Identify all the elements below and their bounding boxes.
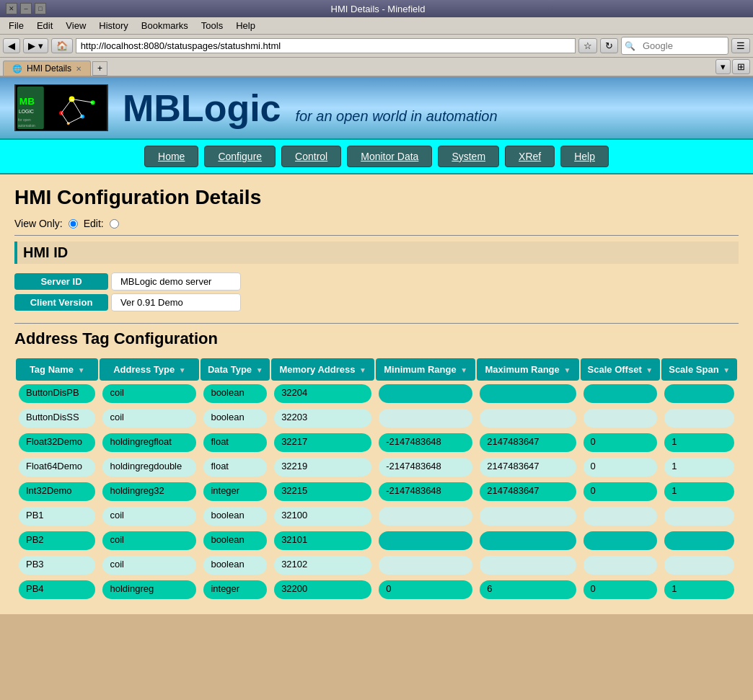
svg-rect-1 [17, 87, 44, 129]
nav-control[interactable]: Control [281, 146, 341, 167]
server-id-value: MBLogic demo server [111, 273, 241, 291]
col-min-range[interactable]: Minimum Range ▼ [376, 358, 475, 381]
tab-close-icon[interactable]: ✕ [76, 65, 82, 73]
cell-max_range [480, 409, 576, 427]
brand-text: MBLogic for an open world in automation [123, 87, 498, 130]
menu-file[interactable]: File [3, 19, 30, 32]
tile-button[interactable]: ⊞ [732, 59, 750, 74]
home-button[interactable]: 🏠 [51, 38, 73, 53]
nav-home[interactable]: Home [144, 146, 198, 167]
col-address-type[interactable]: Address Type ▼ [100, 358, 199, 381]
back-button[interactable]: ◀ [3, 38, 20, 53]
cell-memory_address: 32217 [274, 433, 371, 452]
edit-radio[interactable] [110, 219, 119, 229]
cell-scale_offset [584, 409, 658, 427]
menu-edit[interactable]: Edit [31, 19, 58, 32]
config-table: Tag Name ▼ Address Type ▼ Data Type ▼ Me… [14, 357, 739, 603]
cell-address_type: coil [102, 384, 196, 403]
cell-tag_name: PB4 [19, 580, 95, 599]
cell-max_range: 2147483647 [480, 433, 576, 452]
search-input[interactable] [638, 39, 725, 53]
cell-scale_span [664, 556, 734, 575]
col-max-range[interactable]: Maximum Range ▼ [477, 358, 578, 381]
nav-monitor-data[interactable]: Monitor Data [347, 146, 432, 167]
url-bar[interactable] [76, 38, 576, 53]
cell-tag_name: PB3 [19, 556, 95, 575]
tab-list-button[interactable]: ▾ [715, 59, 731, 74]
brand-tagline: for an open world in automation [295, 108, 497, 124]
cell-scale_offset: 0 [584, 458, 658, 477]
cell-address_type: holdingreg32 [102, 482, 196, 501]
cell-max_range: 6 [480, 580, 576, 599]
cell-max_range [480, 531, 576, 550]
cell-min_range: -2147483648 [379, 433, 472, 452]
cell-data_type: boolean [203, 409, 267, 427]
cell-tag_name: Float64Demo [19, 458, 95, 477]
cell-tag_name: ButtonDisPB [19, 384, 95, 403]
nav-xref[interactable]: XRef [505, 146, 555, 167]
table-row: Float64Demoholdingregdoublefloat32219-21… [16, 456, 737, 479]
view-only-label: View Only: [14, 218, 63, 229]
cell-address_type: holdingregdouble [102, 458, 196, 477]
cell-memory_address: 32204 [274, 384, 371, 403]
menu-bookmarks[interactable]: Bookmarks [136, 19, 194, 32]
main-content: HMI Configuration Details View Only: Edi… [0, 174, 753, 614]
cell-scale_offset: 0 [584, 433, 658, 452]
cell-scale_span [664, 384, 734, 403]
menu-tools[interactable]: Tools [195, 19, 229, 32]
tab-hmi-details[interactable]: 🌐 HMI Details ✕ [3, 61, 91, 76]
cell-scale_offset [584, 507, 658, 526]
col-scale-offset[interactable]: Scale Offset ▼ [581, 358, 661, 381]
close-button[interactable]: ✕ [6, 3, 17, 14]
cell-min_range [379, 556, 472, 575]
tab-label: HMI Details [27, 63, 71, 74]
col-scale-span[interactable]: Scale Span ▼ [661, 358, 737, 381]
nav-links-bar: Home Configure Control Monitor Data Syst… [0, 138, 753, 174]
forward-button[interactable]: ▶ ▾ [23, 38, 48, 53]
cell-data_type: integer [203, 580, 267, 599]
bookmark-button[interactable]: ☆ [578, 38, 597, 53]
cell-data_type: integer [203, 482, 267, 501]
table-row: PB1coilboolean32100 [16, 505, 737, 528]
maximize-button[interactable]: □ [35, 3, 46, 14]
col-memory-address[interactable]: Memory Address ▼ [271, 358, 374, 381]
table-row: ButtonDisSScoilboolean32203 [16, 407, 737, 430]
menu-button[interactable]: ☰ [731, 38, 750, 53]
col-tag-name[interactable]: Tag Name ▼ [16, 358, 98, 381]
menu-history[interactable]: History [93, 19, 133, 32]
col-data-type[interactable]: Data Type ▼ [201, 358, 270, 381]
cell-max_range [480, 384, 576, 403]
edit-label: Edit: [84, 218, 104, 229]
cell-tag_name: Float32Demo [19, 433, 95, 452]
cell-address_type: coil [102, 531, 196, 550]
cell-memory_address: 32203 [274, 409, 371, 427]
navbar: ◀ ▶ ▾ 🏠 ☆ ↻ 🔍 ☰ [0, 35, 753, 58]
cell-min_range [379, 531, 472, 550]
menu-help[interactable]: Help [230, 19, 261, 32]
client-version-value: Ver 0.91 Demo [111, 293, 241, 311]
menubar: File Edit View History Bookmarks Tools H… [0, 17, 753, 35]
cell-memory_address: 32200 [274, 580, 371, 599]
nav-system[interactable]: System [438, 146, 499, 167]
svg-text:automation: automation [18, 124, 35, 128]
search-engine-icon: 🔍 [625, 41, 635, 51]
client-version-row: Client Version Ver 0.91 Demo [14, 293, 739, 311]
window-controls[interactable]: ✕ – □ [3, 3, 49, 14]
cell-scale_offset: 0 [584, 482, 658, 501]
minimize-button[interactable]: – [20, 3, 32, 14]
svg-text:LOGIC: LOGIC [19, 109, 34, 114]
new-tab-button[interactable]: + [92, 61, 107, 76]
view-only-radio[interactable] [69, 219, 78, 229]
cell-data_type: boolean [203, 531, 267, 550]
table-row: PB3coilboolean32102 [16, 554, 737, 577]
refresh-button[interactable]: ↻ [600, 38, 618, 53]
cell-scale_offset [584, 384, 658, 403]
cell-max_range [480, 556, 576, 575]
menu-view[interactable]: View [60, 19, 92, 32]
nav-help[interactable]: Help [560, 146, 609, 167]
table-row: Int32Demoholdingreg32integer32215-214748… [16, 480, 737, 503]
cell-memory_address: 32215 [274, 482, 371, 501]
nav-configure[interactable]: Configure [204, 146, 276, 167]
cell-memory_address: 32101 [274, 531, 371, 550]
cell-tag_name: PB2 [19, 531, 95, 550]
